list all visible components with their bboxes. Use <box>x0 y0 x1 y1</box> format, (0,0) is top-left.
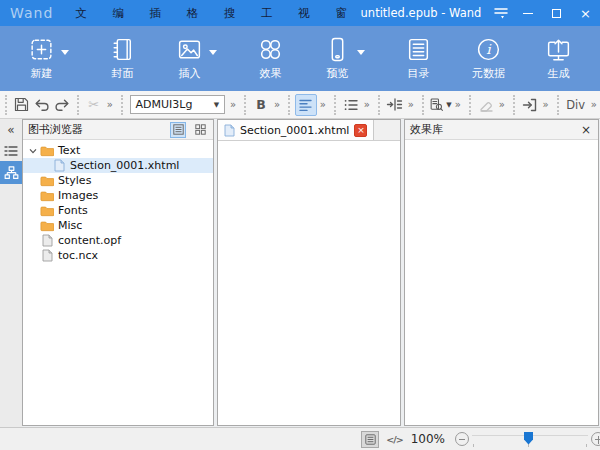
div-button[interactable]: Div <box>564 94 588 116</box>
effects-button[interactable]: 效果 <box>257 36 284 81</box>
toolbar-menu-button[interactable] <box>489 0 513 26</box>
app-window: Wand 文件 编辑 插入 格式 搜索 工具 视图 窗口 untitled.ep… <box>0 0 600 450</box>
menu-search[interactable]: 搜索 <box>212 0 249 26</box>
expand-caret-icon[interactable] <box>27 148 39 154</box>
metadata-button[interactable]: i 元数据 <box>472 36 505 81</box>
toolbar-grip[interactable] <box>334 95 338 115</box>
overflow-chevron[interactable]: » <box>496 100 508 110</box>
tree-item-section-file[interactable]: Section_0001.xhtml <box>23 158 213 173</box>
tree-item-label: toc.ncx <box>58 249 98 262</box>
folder-icon <box>39 205 55 217</box>
toolbar-grip[interactable] <box>121 95 125 115</box>
toolbar-grip[interactable] <box>422 95 426 115</box>
bold-button[interactable]: B <box>251 94 271 116</box>
preview-button[interactable]: 预览 <box>324 36 365 81</box>
zoom-slider[interactable] <box>472 431 588 448</box>
generate-button[interactable]: 生成 <box>545 36 572 81</box>
overflow-chevron[interactable]: » <box>271 100 283 110</box>
toolbar-grip[interactable] <box>244 95 248 115</box>
font-family-select[interactable]: ADMUI3Lg ▼ <box>130 95 225 114</box>
cover-button[interactable]: 封面 <box>109 36 136 81</box>
menu-window[interactable]: 窗口 <box>323 0 360 26</box>
toc-button[interactable]: 目录 <box>405 36 432 81</box>
cut-button[interactable]: ✂ <box>84 94 104 116</box>
cover-label: 封面 <box>112 66 134 81</box>
outline-view-button[interactable] <box>0 140 22 161</box>
xhtml-file-icon <box>51 159 67 172</box>
bullet-list-button[interactable] <box>341 94 361 116</box>
eraser-icon <box>477 97 494 113</box>
undo-button[interactable] <box>32 94 52 116</box>
menu-edit[interactable]: 编辑 <box>100 0 137 26</box>
clear-formatting-button[interactable] <box>476 94 496 116</box>
overflow-chevron[interactable]: » <box>540 100 552 110</box>
tree-item-misc-folder[interactable]: Misc <box>23 218 213 233</box>
tree-item-toc-ncx[interactable]: toc.ncx <box>23 248 213 263</box>
toolbar-grip[interactable] <box>378 95 382 115</box>
file-icon <box>39 234 55 247</box>
tree-item-images-folder[interactable]: Images <box>23 188 213 203</box>
toolbar-grip[interactable] <box>557 95 561 115</box>
generate-label: 生成 <box>548 66 570 81</box>
book-view-button[interactable] <box>361 431 379 448</box>
grid-view-button[interactable] <box>192 122 208 138</box>
editor-tabstrip: Section_0001.xhtml × <box>218 120 400 141</box>
overflow-chevron[interactable]: » <box>452 100 464 110</box>
collapse-icon: « <box>7 123 14 137</box>
menubar: 文件 编辑 插入 格式 搜索 工具 视图 窗口 <box>63 0 360 26</box>
overflow-chevron[interactable]: » <box>361 100 373 110</box>
detail-view-button[interactable] <box>170 122 186 138</box>
insert-button[interactable]: 插入 <box>176 36 217 81</box>
tree-item-text-folder[interactable]: Text <box>23 143 213 158</box>
preview-dropdown-icon[interactable] <box>357 50 365 55</box>
zoom-slider-handle[interactable] <box>524 432 533 445</box>
overflow-chevron[interactable]: » <box>588 100 600 110</box>
panel-close-button[interactable]: × <box>579 123 593 137</box>
overflow-chevron[interactable]: » <box>104 100 116 110</box>
insert-file-button[interactable] <box>520 94 540 116</box>
book-browser-title: 图书浏览器 <box>28 122 83 137</box>
structure-view-button[interactable] <box>0 161 22 184</box>
menu-format[interactable]: 格式 <box>175 0 212 26</box>
close-button[interactable]: × <box>571 0 600 26</box>
overflow-chevron[interactable]: » <box>405 100 417 110</box>
toolbar-grip[interactable] <box>469 95 473 115</box>
collapse-sidebar-button[interactable]: « <box>0 119 22 140</box>
menu-file[interactable]: 文件 <box>63 0 100 26</box>
toolbar-grip[interactable] <box>513 95 517 115</box>
find-in-document-button[interactable]: ▼ <box>429 94 452 116</box>
editor-content[interactable] <box>218 141 400 425</box>
zoom-out-button[interactable] <box>455 432 469 446</box>
menu-view[interactable]: 视图 <box>286 0 323 26</box>
maximize-button[interactable] <box>542 0 571 26</box>
overflow-chevron[interactable]: » <box>227 100 239 110</box>
zoom-level-value: 100% <box>411 432 445 446</box>
zoom-in-button[interactable] <box>591 432 600 446</box>
redo-button[interactable] <box>52 94 72 116</box>
new-button[interactable]: 新建 <box>28 36 69 81</box>
toolbar-grip[interactable] <box>5 95 9 115</box>
menu-tools[interactable]: 工具 <box>249 0 286 26</box>
titlebar: Wand 文件 编辑 插入 格式 搜索 工具 视图 窗口 untitled.ep… <box>0 0 600 26</box>
folder-icon <box>39 145 55 157</box>
tree-item-styles-folder[interactable]: Styles <box>23 173 213 188</box>
tree-item-fonts-folder[interactable]: Fonts <box>23 203 213 218</box>
save-button[interactable] <box>12 94 32 116</box>
indent-button[interactable] <box>385 94 405 116</box>
indent-icon <box>386 97 403 112</box>
toolbar-grip[interactable] <box>77 95 81 115</box>
file-icon <box>39 249 55 262</box>
tree-item-content-opf[interactable]: content.opf <box>23 233 213 248</box>
toolbar-grip[interactable] <box>288 95 292 115</box>
tab-section-0001[interactable]: Section_0001.xhtml × <box>218 120 374 140</box>
code-view-button[interactable]: </> <box>386 434 402 445</box>
new-dropdown-icon[interactable] <box>61 50 69 55</box>
overflow-chevron[interactable]: » <box>317 100 329 110</box>
minimize-button[interactable] <box>513 0 542 26</box>
insert-dropdown-icon[interactable] <box>209 50 217 55</box>
tab-close-button[interactable]: × <box>354 124 367 137</box>
menu-insert[interactable]: 插入 <box>138 0 175 26</box>
preview-phone-icon <box>324 36 351 63</box>
minus-icon <box>459 439 465 440</box>
align-left-button[interactable] <box>295 94 317 116</box>
